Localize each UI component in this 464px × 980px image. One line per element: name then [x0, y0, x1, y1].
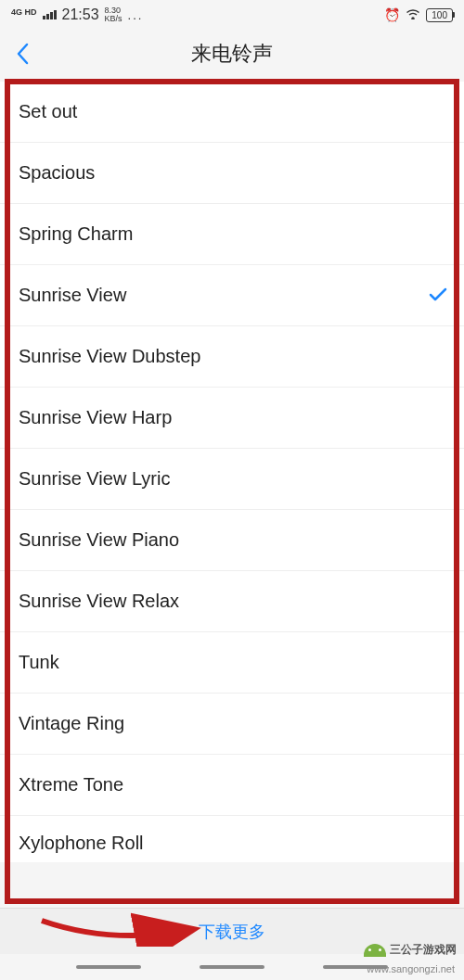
- ringtone-name: Sunrise View Relax: [19, 591, 179, 612]
- ringtone-name: Sunrise View Piano: [19, 529, 179, 551]
- signal-icon: [43, 10, 57, 19]
- ringtone-name: Spacious: [19, 162, 95, 184]
- ringtone-name: Vintage Ring: [19, 713, 124, 734]
- nav-home-button[interactable]: [200, 965, 264, 969]
- ringtone-name: Xylophone Roll: [19, 833, 144, 854]
- wifi-icon: [406, 7, 420, 22]
- battery-icon: 100: [426, 8, 453, 22]
- ringtone-item[interactable]: Sunrise View Relax: [0, 571, 464, 632]
- status-left: 4G HD 21:53 8.30 KB/s ...: [11, 6, 143, 23]
- ringtone-item[interactable]: Sunrise View Piano: [0, 510, 464, 571]
- ringtone-item[interactable]: Spacious: [0, 143, 464, 204]
- ringtone-name: Tunk: [19, 652, 59, 673]
- page-title: 来电铃声: [191, 40, 273, 68]
- ringtone-name: Sunrise View: [19, 285, 126, 306]
- ringtone-name: Sunrise View Harp: [19, 407, 172, 428]
- android-icon: [364, 944, 386, 957]
- ringtone-list[interactable]: Set out Spacious Spring Charm Sunrise Vi…: [0, 82, 464, 862]
- page-header: 来电铃声: [0, 30, 464, 78]
- ringtone-item[interactable]: Sunrise View Harp: [0, 388, 464, 449]
- ringtone-name: Spring Charm: [19, 223, 133, 245]
- ringtone-item[interactable]: Sunrise View: [0, 265, 464, 326]
- ringtone-item[interactable]: Spring Charm: [0, 204, 464, 265]
- ringtone-item[interactable]: Xylophone Roll: [0, 816, 464, 862]
- more-icon: ...: [128, 8, 144, 22]
- ringtone-item[interactable]: Vintage Ring: [0, 694, 464, 755]
- ringtone-name: Sunrise View Lyric: [19, 468, 170, 490]
- ringtone-item[interactable]: Sunrise View Dubstep: [0, 326, 464, 388]
- status-speed: 8.30 KB/s: [105, 6, 122, 23]
- nav-back-button[interactable]: [76, 965, 141, 969]
- watermark-label: 三公子游戏网: [390, 942, 457, 958]
- ringtone-item[interactable]: Set out: [0, 82, 464, 143]
- ringtone-item[interactable]: Sunrise View Lyric: [0, 449, 464, 510]
- back-button[interactable]: [0, 32, 45, 76]
- watermark-url: www.sangongzi.net: [367, 963, 455, 974]
- checkmark-icon: [429, 284, 447, 308]
- annotation-arrow-icon: [37, 910, 204, 950]
- ringtone-item[interactable]: Tunk: [0, 632, 464, 694]
- status-bar: 4G HD 21:53 8.30 KB/s ... ⏰ 100: [0, 0, 464, 30]
- ringtone-name: Set out: [19, 101, 77, 122]
- status-time: 21:53: [62, 6, 99, 23]
- ringtone-item[interactable]: Xtreme Tone: [0, 755, 464, 816]
- ringtone-name: Sunrise View Dubstep: [19, 346, 200, 367]
- watermark-badge: 三公子游戏网: [364, 942, 457, 958]
- ringtone-name: Xtreme Tone: [19, 774, 123, 795]
- alarm-icon: ⏰: [384, 7, 400, 22]
- network-type: 4G HD: [11, 8, 37, 17]
- status-right: ⏰ 100: [384, 7, 453, 22]
- download-more-button[interactable]: 下载更多: [199, 921, 265, 943]
